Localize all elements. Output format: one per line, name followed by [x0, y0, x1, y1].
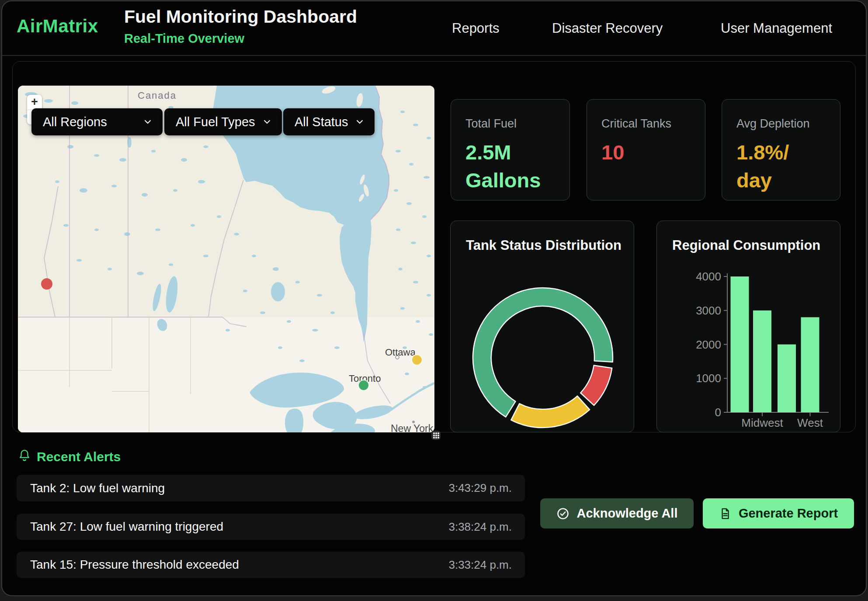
stat-value: 10 [601, 138, 693, 166]
map-marker-warning[interactable] [411, 354, 423, 366]
stat-value: 2.5MGallons [465, 138, 557, 194]
tank-status-donut-chart [451, 252, 634, 432]
chevron-down-icon [144, 120, 151, 124]
chart-title: Regional Consumption [672, 238, 840, 253]
svg-text:3000: 3000 [696, 304, 721, 317]
svg-text:0: 0 [715, 406, 721, 419]
filter-fuel-types-value: All Fuel Types [176, 115, 255, 129]
header-divider [2, 55, 866, 56]
generate-report-label: Generate Report [739, 506, 838, 521]
alert-row: Tank 2: Low fuel warning 3:43:29 p.m. [17, 475, 525, 501]
map-marker-normal[interactable] [358, 380, 369, 391]
filter-fuel-types[interactable]: All Fuel Types [164, 108, 282, 135]
map-label-newyork: New York [391, 423, 433, 432]
chart-title: Tank Status Distribution [466, 238, 634, 253]
filter-regions[interactable]: All Regions [31, 108, 163, 135]
page-title: Fuel Monitoring Dashboard [124, 7, 357, 27]
acknowledge-all-label: Acknowledge All [577, 506, 678, 521]
page-subtitle: Real-Time Overview [124, 31, 244, 46]
generate-report-button[interactable]: Generate Report [703, 498, 854, 528]
regional-consumption-bar-chart: 01000200030004000MidwestWest [657, 258, 840, 432]
brand-logo: AirMatrix [17, 16, 98, 37]
acknowledge-all-button[interactable]: Acknowledge All [540, 498, 694, 528]
stat-label: Total Fuel [465, 117, 569, 131]
stat-card-critical-tanks: Critical Tanks 10 [587, 99, 705, 200]
nav-reports[interactable]: Reports [452, 21, 500, 36]
stat-card-total-fuel: Total Fuel 2.5MGallons [451, 99, 570, 200]
svg-text:1000: 1000 [696, 372, 721, 385]
alerts-heading: Recent Alerts [37, 449, 121, 464]
filter-regions-value: All Regions [43, 115, 107, 129]
map-marker-critical[interactable] [41, 278, 52, 290]
map-label-canada: Canada [138, 90, 177, 101]
nav-disaster-recovery[interactable]: Disaster Recovery [552, 21, 663, 36]
fuel-map[interactable]: Canada Ottawa Toronto New York + − All R… [18, 86, 434, 432]
check-circle-icon [556, 507, 569, 520]
document-icon [719, 508, 731, 520]
alert-row: Tank 27: Low fuel warning triggered 3:38… [17, 514, 525, 540]
zoom-in-button[interactable]: + [27, 95, 42, 110]
tank-status-card: Tank Status Distribution [450, 221, 634, 432]
alert-text: Tank 15: Pressure threshold exceeded [30, 558, 239, 572]
stat-label: Critical Tanks [601, 117, 705, 131]
alert-time: 3:38:24 p.m. [448, 520, 512, 534]
filter-status[interactable]: All Status [283, 108, 375, 135]
svg-text:Midwest: Midwest [741, 416, 783, 429]
stat-card-avg-depletion: Avg Depletion 1.8%/day [722, 99, 840, 200]
svg-text:2000: 2000 [696, 338, 721, 351]
alert-text: Tank 2: Low fuel warning [30, 481, 165, 495]
stat-value: 1.8%/day [736, 138, 828, 194]
alert-time: 3:33:24 p.m. [448, 558, 512, 572]
chevron-down-icon [356, 120, 363, 124]
filter-status-value: All Status [295, 115, 348, 129]
nav-user-management[interactable]: User Management [721, 21, 832, 36]
alert-text: Tank 27: Low fuel warning triggered [30, 520, 223, 534]
regional-consumption-card: Regional Consumption 01000200030004000Mi… [656, 221, 840, 432]
bell-icon [18, 449, 31, 463]
map-resize-handle[interactable] [431, 431, 441, 440]
alert-row: Tank 15: Pressure threshold exceeded 3:3… [17, 552, 525, 578]
svg-text:West: West [797, 416, 823, 429]
svg-text:4000: 4000 [696, 270, 721, 283]
alert-time: 3:43:29 p.m. [448, 481, 512, 495]
chevron-down-icon [264, 120, 271, 124]
map-label-ottawa: Ottawa [385, 347, 416, 358]
stat-label: Avg Depletion [736, 117, 840, 131]
